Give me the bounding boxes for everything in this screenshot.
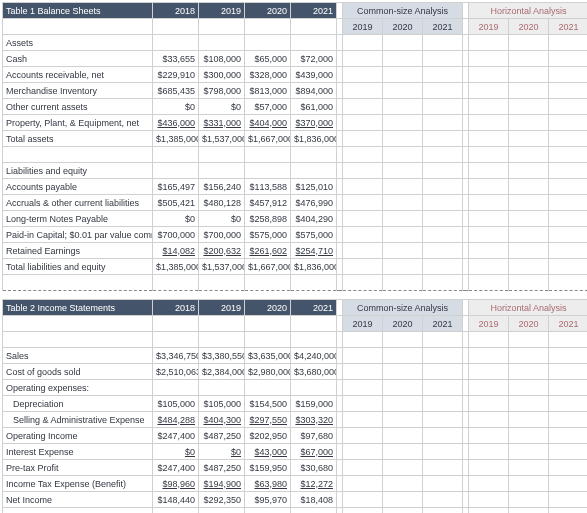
- cell-value: [245, 380, 291, 396]
- cell-value: $113,588: [245, 179, 291, 195]
- table-row: Operating Income$247,400$487,250$202,950…: [3, 428, 588, 444]
- row-label: Accounts payable: [3, 179, 153, 195]
- cell-value: $505,421: [153, 195, 199, 211]
- cell-value: $165,497: [153, 179, 199, 195]
- col-2021: 2021: [291, 3, 337, 19]
- cell-value: $105,000: [199, 396, 245, 412]
- cell-value: $484,288: [153, 412, 199, 428]
- t1-header-row: Table 1 Balance Sheets 2018 2019 2020 20…: [3, 3, 588, 19]
- cell-value: $159,000: [291, 396, 337, 412]
- cell-value: $487,250: [199, 428, 245, 444]
- cell-value: $0: [199, 211, 245, 227]
- table-row: Depreciation$105,000$105,000$154,500$159…: [3, 396, 588, 412]
- cell-value: [199, 380, 245, 396]
- cell-value: $108,000: [199, 51, 245, 67]
- cell-value: $254,710: [291, 243, 337, 259]
- cell-value: $300,000: [199, 67, 245, 83]
- cell-value: $125,010: [291, 179, 337, 195]
- row-label: Depreciation: [3, 396, 153, 412]
- row-label: Accruals & other current liabilities: [3, 195, 153, 211]
- cell-value: $331,000: [199, 115, 245, 131]
- cell-value: $798,000: [199, 83, 245, 99]
- cell-value: $14,082: [153, 243, 199, 259]
- table-row: Retained Earnings$14,082$200,632$261,602…: [3, 243, 588, 259]
- cell-value: $297,550: [245, 412, 291, 428]
- table-row: Paid-in Capital; $0.01 par value common …: [3, 227, 588, 243]
- table-row: Sales$3,346,750$3,380,550$3,635,000$4,24…: [3, 348, 588, 364]
- cell-value: $0: [199, 444, 245, 460]
- ha-header: Horizontal Analysis: [469, 3, 587, 19]
- cell-value: $12,272: [291, 476, 337, 492]
- table-row: Cash$33,655$108,000$65,000$72,000: [3, 51, 588, 67]
- row-label: Interest Expense: [3, 444, 153, 460]
- table-row: Cost of goods sold$2,510,063$2,384,000$2…: [3, 364, 588, 380]
- cell-value: $247,400: [153, 428, 199, 444]
- cell-value: $894,000: [291, 83, 337, 99]
- cell-value: $61,000: [291, 99, 337, 115]
- cell-value: $30,680: [291, 460, 337, 476]
- assets-header: Assets: [3, 35, 153, 51]
- cell-value: $3,635,000: [245, 348, 291, 364]
- cell-value: $685,435: [153, 83, 199, 99]
- cell-value: $261,602: [245, 243, 291, 259]
- cell-value: $436,000: [153, 115, 199, 131]
- cell-value: $813,000: [245, 83, 291, 99]
- t1-subheader-row: 2019 2020 2021 2019 2020 2021: [3, 19, 588, 35]
- cell-value: $700,000: [199, 227, 245, 243]
- cell-value: $67,000: [291, 444, 337, 460]
- cell-value: $97,680: [291, 428, 337, 444]
- row-label: Cash: [3, 51, 153, 67]
- cell-value: $292,350: [199, 492, 245, 508]
- cell-value: $156,240: [199, 179, 245, 195]
- cell-value: $0: [153, 211, 199, 227]
- cell-value: $2,384,000: [199, 364, 245, 380]
- table-row: Interest Expense$0$0$43,000$67,000: [3, 444, 588, 460]
- cell-value: $194,900: [199, 476, 245, 492]
- financial-tables: Table 1 Balance Sheets 2018 2019 2020 20…: [2, 2, 587, 513]
- cell-value: $95,970: [245, 492, 291, 508]
- table-row: Accounts receivable, net$229,910$300,000…: [3, 67, 588, 83]
- row-label: Income Tax Expense (Benefit): [3, 476, 153, 492]
- cell-value: $105,000: [153, 396, 199, 412]
- liab-header: Liabilities and equity: [3, 163, 153, 179]
- cell-value: $3,680,000: [291, 364, 337, 380]
- cell-value: $148,440: [153, 492, 199, 508]
- cell-value: $202,950: [245, 428, 291, 444]
- cell-value: $43,000: [245, 444, 291, 460]
- cell-value: $0: [199, 99, 245, 115]
- row-label: Pre-tax Profit: [3, 460, 153, 476]
- table-row: Merchandise Inventory$685,435$798,000$81…: [3, 83, 588, 99]
- cell-value: $258,898: [245, 211, 291, 227]
- cell-value: $700,000: [153, 227, 199, 243]
- row-label: Retained Earnings: [3, 243, 153, 259]
- row-label: Merchandise Inventory: [3, 83, 153, 99]
- cell-value: $575,000: [245, 227, 291, 243]
- cell-value: $487,250: [199, 460, 245, 476]
- cell-value: $404,000: [245, 115, 291, 131]
- row-label: Property, Plant, & Equipment, net: [3, 115, 153, 131]
- cell-value: $2,510,063: [153, 364, 199, 380]
- row-label: Paid-in Capital; $0.01 par value common …: [3, 227, 153, 243]
- row-label: Other current assets: [3, 99, 153, 115]
- cell-value: $476,990: [291, 195, 337, 211]
- t2-header-row: Table 2 Income Statements 2018 2019 2020…: [3, 300, 588, 316]
- row-label: Operating Income: [3, 428, 153, 444]
- cell-value: $370,000: [291, 115, 337, 131]
- cs-header: Common-size Analysis: [343, 3, 463, 19]
- total-liab-row: Total liabilities and equity $1,385,000 …: [3, 259, 588, 275]
- cell-value: $65,000: [245, 51, 291, 67]
- cell-value: $439,000: [291, 67, 337, 83]
- total-assets-row: Total assets $1,385,000 $1,537,000 $1,66…: [3, 131, 588, 147]
- cell-value: $404,300: [199, 412, 245, 428]
- row-label: Selling & Administrative Expense: [3, 412, 153, 428]
- cell-value: $57,000: [245, 99, 291, 115]
- col-2018: 2018: [153, 3, 199, 19]
- cell-value: $480,128: [199, 195, 245, 211]
- t1-title: Table 1 Balance Sheets: [3, 3, 153, 19]
- cell-value: $229,910: [153, 67, 199, 83]
- cell-value: $72,000: [291, 51, 337, 67]
- col-2019: 2019: [199, 3, 245, 19]
- cell-value: $457,912: [245, 195, 291, 211]
- cell-value: $18,408: [291, 492, 337, 508]
- cell-value: $575,000: [291, 227, 337, 243]
